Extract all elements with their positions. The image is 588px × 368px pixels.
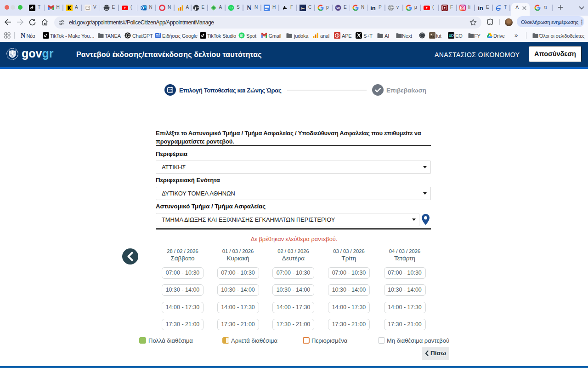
- svg-text:in: in: [478, 5, 483, 11]
- svg-text:fm: fm: [301, 6, 305, 10]
- svg-text:N: N: [247, 5, 251, 11]
- svg-text:in: in: [370, 5, 376, 11]
- svg-text:G: G: [158, 33, 160, 35]
- svg-text:W: W: [336, 6, 340, 10]
- svg-text:N: N: [21, 32, 25, 39]
